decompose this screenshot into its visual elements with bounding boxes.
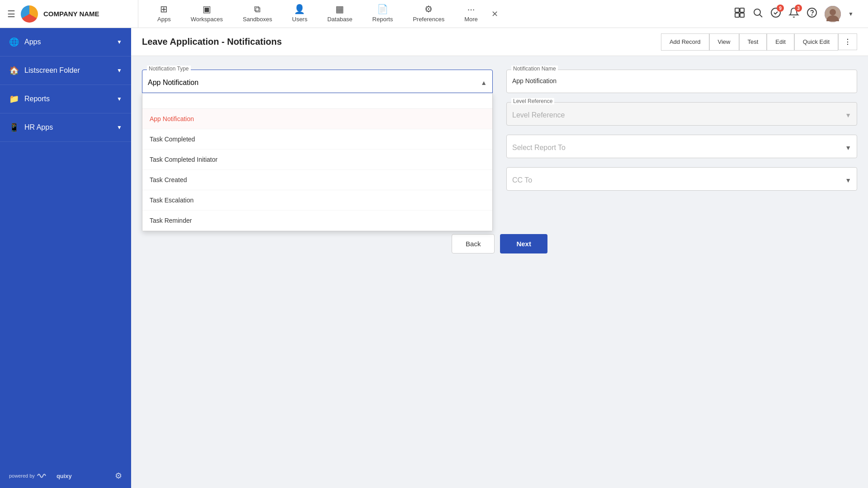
nav-item-users-label: Users: [292, 16, 307, 23]
svg-point-4: [754, 9, 760, 15]
nav-item-more[interactable]: ··· More: [454, 0, 488, 28]
svg-point-10: [830, 9, 836, 15]
sandboxes-nav-icon: ⧉: [254, 4, 260, 14]
nav-item-more-label: More: [464, 16, 478, 23]
notification-name-group: Notification Name: [506, 70, 857, 93]
nav-item-workspaces-label: Workspaces: [191, 16, 223, 23]
notification-name-input[interactable]: [512, 74, 851, 84]
database-nav-icon: ▦: [335, 4, 344, 14]
sidebar-item-hr-apps-left: 📱 HR Apps: [9, 122, 53, 132]
listscreen-chevron-icon: ▼: [117, 67, 122, 74]
level-reference-select[interactable]: Level Reference Level Reference ▼: [506, 102, 857, 126]
nav-item-sandboxes[interactable]: ⧉ Sandboxes: [233, 0, 282, 28]
select-report-to-arrow-icon: ▼: [845, 144, 851, 151]
home-icon: 🏠: [9, 66, 19, 75]
notification-type-arrow-icon: ▲: [481, 79, 487, 86]
dropdown-option-task-escalation[interactable]: Task Escalation: [142, 190, 492, 211]
sidebar-item-hr-apps-label: HR Apps: [24, 123, 53, 131]
add-record-button[interactable]: Add Record: [661, 33, 709, 51]
apps-nav-icon: ⊞: [160, 4, 168, 14]
more-actions-button[interactable]: ⋮: [838, 33, 857, 50]
svg-rect-2: [735, 13, 739, 17]
quixy-wave-icon: [37, 472, 55, 480]
main-layout: 🌐 Apps ▼ 🏠 Listscreen Folder ▼ 📁 Reports…: [0, 28, 868, 488]
select-report-to-select[interactable]: Select Report To ▼: [506, 135, 857, 158]
workspaces-nav-icon: ▣: [203, 4, 211, 14]
nav-item-users[interactable]: 👤 Users: [282, 0, 317, 28]
dropdown-option-task-reminder[interactable]: Task Reminder: [142, 211, 492, 231]
bell-icon-btn[interactable]: 3: [788, 7, 799, 20]
sidebar-footer: powered by quixy ⚙: [0, 464, 131, 488]
notification-type-inner: App Notification ▲: [148, 76, 487, 87]
hamburger-icon[interactable]: ☰: [7, 9, 15, 19]
sidebar-item-listscreen[interactable]: 🏠 Listscreen Folder ▼: [0, 56, 131, 85]
preferences-nav-icon: ⚙: [425, 4, 433, 14]
next-button[interactable]: Next: [500, 234, 547, 253]
notification-name-label: Notification Name: [511, 66, 558, 72]
nav-item-workspaces[interactable]: ▣ Workspaces: [181, 0, 233, 28]
dropdown-search-box: [142, 93, 492, 109]
nav-item-database-label: Database: [327, 16, 353, 23]
form-row-2-right: Level Reference Level Reference ▼ Select…: [506, 102, 857, 191]
dropdown-option-app-notification[interactable]: App Notification: [142, 109, 492, 129]
nav-item-reports[interactable]: 📄 Reports: [363, 0, 403, 28]
sidebar-item-apps[interactable]: 🌐 Apps ▼: [0, 28, 131, 56]
settings-gear-icon[interactable]: ⚙: [115, 471, 122, 481]
sidebar: 🌐 Apps ▼ 🏠 Listscreen Folder ▼ 📁 Reports…: [0, 28, 131, 488]
search-icon-btn[interactable]: [752, 7, 763, 20]
check-icon-btn[interactable]: 9: [770, 7, 781, 20]
svg-line-5: [760, 15, 763, 18]
notification-name-wrapper: Notification Name: [506, 70, 857, 93]
help-icon-btn[interactable]: [807, 7, 817, 20]
test-button[interactable]: Test: [739, 33, 767, 51]
header-actions: Add Record View Test Edit Quick Edit ⋮: [661, 33, 857, 51]
reports-chevron-icon: ▼: [117, 96, 122, 102]
quixy-logo: powered by quixy: [9, 472, 72, 480]
user-avatar[interactable]: [825, 6, 841, 22]
top-nav-brand: ☰ COMPANY NAME: [7, 0, 138, 28]
edit-button[interactable]: Edit: [767, 33, 794, 51]
level-reference-arrow-icon: ▼: [845, 112, 851, 119]
content-area: Leave Application - Notifications Add Re…: [131, 28, 868, 488]
nav-item-apps[interactable]: ⊞ Apps: [147, 0, 181, 28]
sidebar-item-hr-apps[interactable]: 📱 HR Apps ▼: [0, 113, 131, 142]
svg-rect-3: [740, 13, 744, 17]
close-icon[interactable]: ✕: [491, 9, 498, 19]
nav-item-preferences[interactable]: ⚙ Preferences: [403, 0, 454, 28]
page-header: Leave Application - Notifications Add Re…: [131, 28, 868, 56]
notification-type-group: Notification Type App Notification ▲ App…: [142, 70, 493, 93]
nav-items: ⊞ Apps ▣ Workspaces ⧉ Sandboxes 👤 Users …: [138, 0, 734, 28]
select-report-to-inner: Select Report To ▼: [512, 141, 851, 152]
dropdown-search-input[interactable]: [148, 97, 487, 104]
select-report-to-placeholder: Select Report To: [512, 144, 566, 152]
reports-nav-icon: 📄: [377, 4, 388, 14]
sidebar-item-reports-label: Reports: [24, 95, 50, 103]
cc-to-select[interactable]: CC To ▼: [506, 167, 857, 191]
nav-item-preferences-label: Preferences: [413, 16, 444, 23]
top-nav-right: 9 3 ▼: [734, 6, 861, 22]
globe-icon: 🌐: [9, 37, 19, 47]
dropdown-option-task-completed-initiator[interactable]: Task Completed Initiator: [142, 150, 492, 170]
users-nav-icon: 👤: [294, 4, 305, 14]
powered-by-text: powered by: [9, 473, 35, 479]
workspace-icon-btn[interactable]: [734, 7, 745, 20]
top-navigation: ☰ COMPANY NAME ⊞ Apps ▣ Workspaces ⧉ San…: [0, 0, 868, 28]
sidebar-item-reports[interactable]: 📁 Reports ▼: [0, 85, 131, 113]
svg-point-8: [812, 15, 812, 15]
user-dropdown-arrow[interactable]: ▼: [848, 11, 854, 17]
view-button[interactable]: View: [709, 33, 739, 51]
notification-type-select[interactable]: Notification Type App Notification ▲: [142, 70, 493, 93]
quick-edit-button[interactable]: Quick Edit: [794, 33, 838, 51]
dropdown-option-task-created[interactable]: Task Created: [142, 170, 492, 190]
level-reference-inner: Level Reference ▼: [512, 108, 851, 119]
nav-item-apps-label: Apps: [157, 16, 171, 23]
nav-item-database[interactable]: ▦ Database: [317, 0, 363, 28]
more-nav-icon: ···: [467, 4, 475, 14]
apps-chevron-icon: ▼: [117, 39, 122, 45]
hr-apps-chevron-icon: ▼: [117, 124, 122, 131]
sidebar-item-reports-left: 📁 Reports: [9, 94, 50, 104]
back-button[interactable]: Back: [452, 234, 495, 253]
sidebar-item-listscreen-left: 🏠 Listscreen Folder: [9, 66, 80, 75]
dropdown-option-task-completed[interactable]: Task Completed: [142, 129, 492, 150]
svg-rect-0: [735, 8, 739, 12]
